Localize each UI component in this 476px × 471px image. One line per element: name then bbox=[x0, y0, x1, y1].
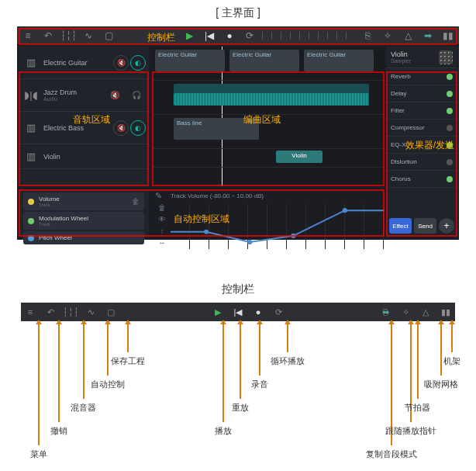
record-icon[interactable]: ● bbox=[222, 28, 237, 43]
automation-icon[interactable]: ∿ bbox=[81, 28, 96, 43]
fx-row[interactable]: Filter bbox=[386, 102, 457, 119]
mute-button[interactable]: 🔇 bbox=[113, 55, 129, 71]
pencil-icon[interactable]: ✎ bbox=[155, 191, 166, 201]
automation-row[interactable]: Pitch Wheel bbox=[23, 231, 144, 244]
track-row[interactable]: ▥ Electric Bass 🔇 ◐ bbox=[19, 112, 149, 144]
play-icon[interactable]: ▶ bbox=[181, 28, 197, 43]
fx-row[interactable]: Delay bbox=[386, 85, 457, 102]
fx-row[interactable]: Compressor bbox=[386, 119, 457, 137]
annotation-arrow: 撤销 bbox=[50, 321, 67, 437]
track-name: Electric Guitar bbox=[43, 59, 110, 67]
send-button[interactable]: Send bbox=[414, 218, 436, 234]
undo-icon[interactable]: ↶ bbox=[40, 28, 56, 43]
mute-button[interactable]: 🔇 bbox=[113, 120, 129, 136]
lane[interactable] bbox=[152, 81, 385, 115]
fx-name: Compressor bbox=[391, 124, 425, 131]
automation-row[interactable]: Volume Track 🗑 bbox=[23, 192, 144, 210]
app-main: ≡ ↶ ┆╎┆ ∿ ▢ ▶ |◀ ● ⟳ ⎘ ✧ △ ➡ ▮▮ ▥ Electr… bbox=[17, 26, 459, 240]
delete-icon[interactable]: 🗑 bbox=[158, 203, 166, 212]
loop-icon[interactable]: ⟳ bbox=[242, 28, 257, 43]
eye-icon[interactable]: 👁 bbox=[158, 215, 166, 223]
timeline-ruler[interactable] bbox=[262, 32, 355, 40]
annotation-arrow: 录音 bbox=[251, 321, 268, 390]
fx-header: Violin Sampler bbox=[386, 47, 457, 68]
track-row[interactable]: ▥ Electric Guitar 🔇 ◐ bbox=[19, 47, 149, 79]
annotation-label: 录音 bbox=[251, 379, 268, 390]
automation-row[interactable]: Modulation Wheel Track bbox=[23, 212, 144, 230]
annotation-label: 复制音段模式 bbox=[366, 448, 417, 460]
fx-toggle[interactable] bbox=[447, 91, 453, 97]
menu-icon[interactable]: ≡ bbox=[20, 28, 36, 43]
svg-point-2 bbox=[291, 234, 295, 238]
fx-toggle[interactable] bbox=[447, 125, 453, 131]
add-fx-button[interactable]: + bbox=[439, 218, 454, 234]
fx-panel: Violin Sampler Reverb Delay Filter Compr… bbox=[386, 47, 457, 237]
lane[interactable]: Electric Guitar Electric Guitar Electric… bbox=[152, 47, 385, 81]
rack-icon[interactable]: ▮▮ bbox=[440, 28, 456, 43]
effect-button[interactable]: Effect bbox=[389, 218, 412, 234]
annotation-arrow: 机架 bbox=[443, 321, 460, 367]
zoom-h-icon[interactable]: ↔ bbox=[158, 238, 166, 247]
rewind-icon[interactable]: |◀ bbox=[202, 28, 217, 43]
automation-display[interactable]: ✎ Track Volume (-80.00 ~ 10.00 dB) 🗑 👁 ↕… bbox=[152, 189, 385, 237]
loop-icon[interactable]: ⟳ bbox=[272, 306, 285, 318]
midi-clip[interactable]: Electric Guitar bbox=[304, 50, 374, 71]
param-sub: Track bbox=[39, 203, 132, 207]
fx-toggle[interactable] bbox=[447, 74, 453, 80]
fx-row[interactable]: Distortion bbox=[386, 154, 457, 171]
param-sub: Track bbox=[39, 222, 140, 227]
zoom-v-icon[interactable]: ↕ bbox=[160, 227, 164, 235]
delete-icon[interactable]: 🗑 bbox=[132, 197, 140, 206]
solo-button[interactable]: ◐ bbox=[130, 120, 146, 136]
fx-toggle[interactable] bbox=[447, 159, 453, 165]
fx-toggle[interactable] bbox=[447, 108, 453, 114]
fx-row[interactable]: Reverb bbox=[386, 68, 457, 85]
fx-toggle[interactable] bbox=[447, 176, 453, 182]
param-name: Volume bbox=[39, 196, 132, 203]
annotation-label: 自动控制 bbox=[91, 379, 125, 390]
keys-icon: ▥ bbox=[22, 54, 40, 72]
automation-curve[interactable] bbox=[171, 204, 385, 250]
annotation-label: 播放 bbox=[215, 425, 232, 437]
annotation-label: 机架 bbox=[443, 355, 460, 367]
svg-point-1 bbox=[247, 240, 252, 244]
follow-icon[interactable]: ✧ bbox=[380, 28, 395, 43]
annotation-label: 重放 bbox=[232, 402, 249, 414]
undo-icon[interactable]: ↶ bbox=[44, 306, 57, 318]
param-color-dot bbox=[28, 235, 34, 241]
fx-row[interactable]: EQ-X bbox=[386, 137, 457, 154]
wave-icon: ◗|◖ bbox=[22, 86, 40, 105]
snap-icon[interactable]: ➡ bbox=[420, 28, 436, 43]
fx-name: Reverb bbox=[391, 73, 411, 80]
solo-button[interactable]: ◐ bbox=[130, 55, 146, 71]
instrument-icon[interactable] bbox=[439, 50, 453, 64]
midi-clip[interactable]: Electric Guitar bbox=[229, 50, 299, 71]
menu-icon[interactable]: ≡ bbox=[24, 306, 36, 318]
metronome-icon[interactable]: △ bbox=[400, 28, 416, 43]
audio-clip[interactable] bbox=[174, 93, 369, 106]
track-row[interactable]: ◗|◖ Jazz Drum Audio 🔇 🎧 bbox=[19, 79, 149, 112]
hp-icon[interactable]: 🎧 bbox=[127, 86, 146, 105]
arrangement-area[interactable]: Electric Guitar Electric Guitar Electric… bbox=[152, 47, 385, 186]
fx-toggle[interactable] bbox=[447, 142, 453, 148]
midi-clip[interactable]: Violin bbox=[276, 151, 323, 163]
mixer-icon[interactable]: ┆╎┆ bbox=[60, 28, 76, 43]
midi-clip[interactable]: Electric Guitar bbox=[155, 50, 225, 71]
copy-mode-icon[interactable]: ⎘ bbox=[360, 28, 375, 43]
svg-point-3 bbox=[343, 208, 347, 213]
fx-row[interactable]: Chorus bbox=[386, 171, 457, 188]
annotation-label: 循环播放 bbox=[271, 355, 305, 367]
metronome-icon[interactable]: △ bbox=[419, 306, 432, 318]
mixer-icon[interactable]: ┆╎┆ bbox=[64, 306, 77, 318]
midi-clip[interactable]: Bass line bbox=[174, 118, 259, 140]
lane[interactable]: Violin bbox=[152, 149, 385, 168]
keys-icon: ▥ bbox=[22, 119, 40, 137]
lane[interactable]: Bass line bbox=[152, 115, 385, 149]
mute-icon[interactable]: 🔇 bbox=[105, 86, 124, 105]
track-row[interactable]: ▥ Violin bbox=[19, 144, 149, 169]
annotation-arrow: 菜单 bbox=[30, 321, 47, 460]
param-name: Pitch Wheel bbox=[39, 234, 140, 241]
param-color-dot bbox=[28, 218, 34, 224]
fx-title: Violin bbox=[391, 50, 411, 58]
save-icon[interactable]: ▢ bbox=[101, 28, 116, 43]
